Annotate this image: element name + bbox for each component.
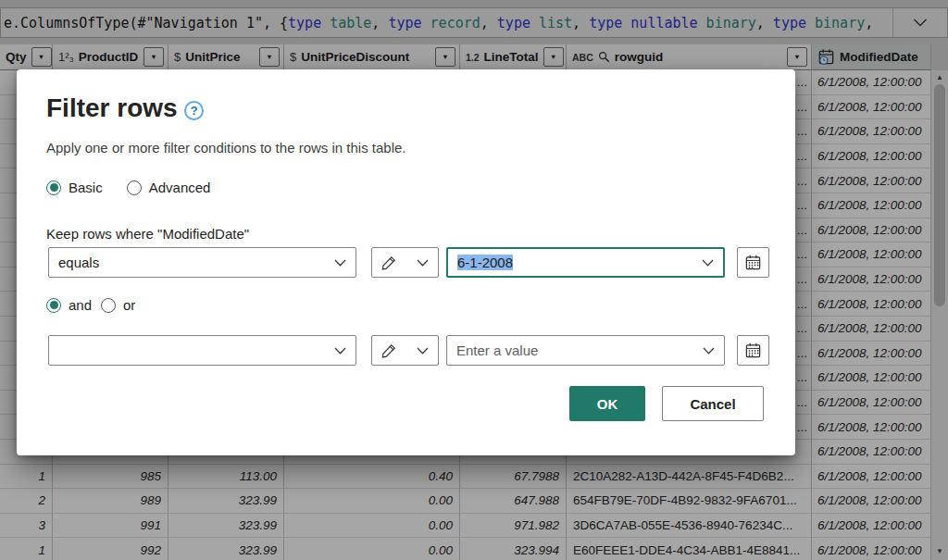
mode-radio-group: Basic Advanced [46, 180, 210, 195]
chevron-down-icon [334, 259, 346, 267]
pencil-icon [381, 255, 396, 270]
dialog-title: Filter rows [46, 93, 178, 123]
date-picker-button-1[interactable] [737, 247, 769, 278]
value-input-2-placeholder: Enter a value [456, 342, 538, 358]
basic-radio-label: Basic [69, 180, 103, 195]
value-type-dropdown-1[interactable] [371, 247, 439, 278]
power-query-editor: e.ColumnsOfType(#"Navigation 1", {type t… [0, 0, 948, 560]
basic-radio-option[interactable]: Basic [46, 180, 103, 195]
chevron-down-icon [703, 347, 715, 355]
help-icon[interactable]: ? [184, 101, 204, 120]
operator-select-2[interactable] [48, 335, 356, 366]
advanced-radio-option[interactable]: Advanced [127, 180, 211, 195]
advanced-radio[interactable] [127, 180, 142, 195]
chevron-down-icon [417, 259, 429, 267]
keep-rows-label: Keep rows where "ModifiedDate" [46, 226, 249, 242]
value-type-dropdown-2[interactable] [371, 335, 439, 366]
or-radio-label: or [123, 297, 135, 313]
pencil-icon [381, 343, 396, 358]
date-picker-button-2[interactable] [737, 335, 769, 366]
operator-select-1[interactable]: equals [48, 247, 356, 278]
basic-radio[interactable] [46, 180, 61, 195]
value-input-2[interactable]: Enter a value [446, 335, 725, 366]
condition-row-2: Enter a value [17, 335, 795, 366]
calendar-icon [744, 342, 762, 359]
or-radio-option[interactable]: or [101, 297, 135, 313]
filter-rows-dialog: Filter rows ? Apply one or more filter c… [17, 69, 795, 455]
and-radio-label: and [69, 297, 92, 313]
advanced-radio-label: Advanced [149, 180, 211, 195]
or-radio[interactable] [101, 298, 116, 313]
logic-radio-group: and or [46, 297, 135, 313]
and-radio[interactable] [46, 298, 61, 313]
calendar-icon [744, 254, 762, 271]
chevron-down-icon [334, 347, 346, 355]
ok-button[interactable]: OK [569, 386, 645, 421]
operator-select-1-value: equals [58, 255, 99, 270]
condition-row-1: equals 6-1-2008 [17, 247, 795, 278]
chevron-down-icon [417, 347, 429, 355]
value-input-1[interactable]: 6-1-2008 [446, 247, 725, 278]
dialog-description: Apply one or more filter conditions to t… [46, 140, 406, 156]
cancel-button[interactable]: Cancel [662, 386, 764, 421]
and-radio-option[interactable]: and [46, 297, 92, 313]
chevron-down-icon [702, 259, 714, 267]
value-input-1-text: 6-1-2008 [457, 255, 513, 270]
